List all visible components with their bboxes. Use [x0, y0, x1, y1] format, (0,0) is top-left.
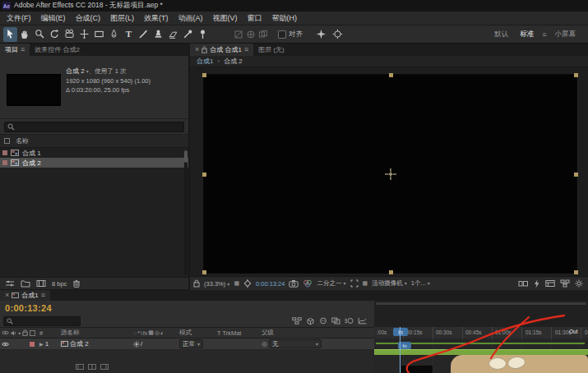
mode-column-header[interactable]: 模式 — [178, 329, 215, 337]
time-navigator-bar[interactable] — [376, 302, 586, 305]
tab-project[interactable]: 项目 ≡ — [0, 44, 30, 56]
puppet-pin-tool-button[interactable] — [196, 27, 210, 42]
workspace-standard[interactable]: 标准 — [515, 28, 539, 41]
rectangle-tool-button[interactable] — [92, 27, 106, 42]
close-icon[interactable]: × — [5, 292, 9, 299]
label-chip[interactable] — [2, 150, 7, 155]
layer-number-cell[interactable]: ▶ 1 — [38, 340, 59, 348]
shy-layers-icon[interactable] — [319, 317, 327, 325]
viewer-lock-icon[interactable] — [193, 279, 200, 288]
selection-handle[interactable] — [574, 173, 578, 177]
motion-blur-icon[interactable] — [345, 317, 354, 325]
grid-guides-icon[interactable]: ▦ — [234, 280, 239, 287]
time-navigator[interactable] — [374, 301, 588, 328]
current-time-display[interactable]: 0:00:13:24 — [5, 303, 52, 313]
current-time-indicator[interactable] — [400, 327, 400, 373]
tab-effect-controls[interactable]: 效果控件 合成2 — [30, 44, 85, 56]
selection-handle[interactable] — [202, 270, 206, 274]
panel-menu-icon[interactable]: ≡ — [21, 46, 25, 53]
parent-dropdown[interactable]: 无 ▾ — [269, 339, 322, 348]
selection-handle[interactable] — [574, 73, 578, 77]
expand-transfer-controls-icon[interactable] — [88, 364, 96, 370]
parent-column-header[interactable]: 父级 — [260, 329, 374, 337]
trkmat-column-header[interactable]: T TrkMat — [215, 329, 260, 337]
hand-tool-button[interactable] — [18, 27, 32, 42]
zoom-tool-button[interactable] — [33, 27, 47, 42]
selection-handle[interactable] — [389, 270, 393, 274]
selection-handle[interactable] — [202, 73, 206, 77]
camera-tool-button[interactable] — [63, 27, 76, 42]
playhead-handle[interactable]: In — [393, 328, 408, 336]
menu-window[interactable]: 窗口 — [243, 12, 267, 25]
close-icon[interactable]: × — [195, 46, 199, 53]
trash-icon[interactable] — [72, 279, 81, 288]
comp-image-area[interactable] — [203, 74, 577, 274]
pixel-aspect-icon[interactable] — [518, 279, 528, 288]
layer-label-chip[interactable] — [28, 342, 38, 347]
tab-timeline-comp1[interactable]: × 合成1 ≡ — [0, 290, 50, 301]
interpret-footage-icon[interactable] — [5, 279, 15, 288]
quality-switch[interactable]: / — [141, 340, 142, 348]
selection-handle[interactable] — [202, 173, 206, 177]
new-folder-icon[interactable] — [21, 279, 30, 288]
project-search-input[interactable] — [4, 122, 184, 132]
fast-preview-icon[interactable] — [533, 279, 540, 288]
mask-visibility-icon[interactable] — [243, 279, 252, 288]
selection-handle[interactable] — [389, 73, 393, 77]
expand-layer-switches-icon[interactable] — [76, 364, 84, 370]
local-axis-icon[interactable] — [234, 30, 243, 39]
exposure-icon[interactable] — [575, 279, 583, 288]
pickwhip-icon[interactable]: ◎ — [262, 340, 267, 348]
snap-checkbox[interactable] — [278, 30, 286, 39]
eraser-tool-button[interactable] — [166, 27, 180, 42]
world-axis-icon[interactable] — [246, 30, 256, 39]
breadcrumb-parent-comp[interactable]: 合成1 — [197, 57, 213, 66]
project-item-comp2[interactable]: 合成 2 — [0, 158, 188, 168]
project-item-comp1[interactable]: 合成 1 — [0, 148, 188, 158]
source-name-column-header[interactable]: 源名称 — [59, 329, 132, 337]
menu-animation[interactable]: 动画(A) — [174, 12, 208, 25]
panel-menu-icon[interactable]: ≡ — [41, 292, 45, 299]
breadcrumb-child-comp[interactable]: 合成 2 — [224, 57, 243, 66]
pan-behind-tool-button[interactable] — [77, 27, 91, 42]
label-chip[interactable] — [30, 342, 35, 347]
label-chip[interactable] — [2, 160, 7, 165]
comp-flowchart-icon[interactable] — [560, 279, 570, 288]
magnification-dropdown[interactable]: (33.3%) ▾ — [204, 280, 229, 288]
bpc-label[interactable]: 8 bpc — [52, 280, 67, 288]
layer-name-cell[interactable]: 合成 2 — [59, 339, 132, 348]
layer-duration-bar[interactable] — [374, 349, 588, 355]
layer-row-comp2[interactable]: ▶ 1 合成 2 / 正常 ▾ — [0, 338, 374, 350]
menu-edit[interactable]: 编辑(E) — [36, 12, 71, 25]
name-column-header[interactable]: 名称 — [16, 136, 29, 145]
menu-file[interactable]: 文件(F) — [2, 12, 36, 25]
workspace-small-screen[interactable]: 小屏幕 — [550, 28, 581, 41]
menu-composition[interactable]: 合成(C) — [71, 12, 106, 25]
view-layout-dropdown[interactable]: 1个... ▾ — [411, 279, 430, 288]
layer-switches-cell[interactable]: / — [132, 340, 178, 348]
target-icon[interactable] — [332, 29, 343, 39]
tab-composition[interactable]: × 合成 合成1 ≡ — [190, 44, 253, 56]
mini-flowchart-icon[interactable] — [292, 317, 302, 325]
transparency-grid-icon[interactable]: ▦ — [363, 280, 368, 287]
resolution-dropdown[interactable]: 二分之一 ▾ — [317, 279, 345, 288]
timeline-button-icon[interactable] — [545, 279, 555, 288]
brush-tool-button[interactable] — [137, 27, 150, 42]
roto-brush-tool-button[interactable] — [181, 27, 195, 42]
menu-effect[interactable]: 效果(T) — [139, 12, 174, 25]
draft-3d-icon[interactable] — [306, 317, 315, 325]
composition-viewer[interactable] — [190, 67, 588, 276]
scrollbar-thumb[interactable] — [184, 150, 188, 163]
timeline-search-input[interactable] — [3, 316, 81, 326]
menu-view[interactable]: 视图(V) — [208, 12, 243, 25]
sparkle-icon[interactable] — [316, 29, 326, 39]
snapshot-camera-icon[interactable] — [289, 279, 299, 288]
selection-handle[interactable] — [574, 270, 578, 274]
label-column-icon[interactable] — [4, 138, 10, 144]
workspace-default[interactable]: 默认 — [489, 28, 513, 41]
show-channels-icon[interactable] — [303, 279, 313, 288]
menu-help[interactable]: 帮助(H) — [267, 12, 303, 25]
region-of-interest-icon[interactable] — [350, 279, 359, 288]
twirl-icon[interactable]: ▶ — [39, 341, 44, 347]
menu-layer[interactable]: 图层(L) — [105, 12, 139, 25]
